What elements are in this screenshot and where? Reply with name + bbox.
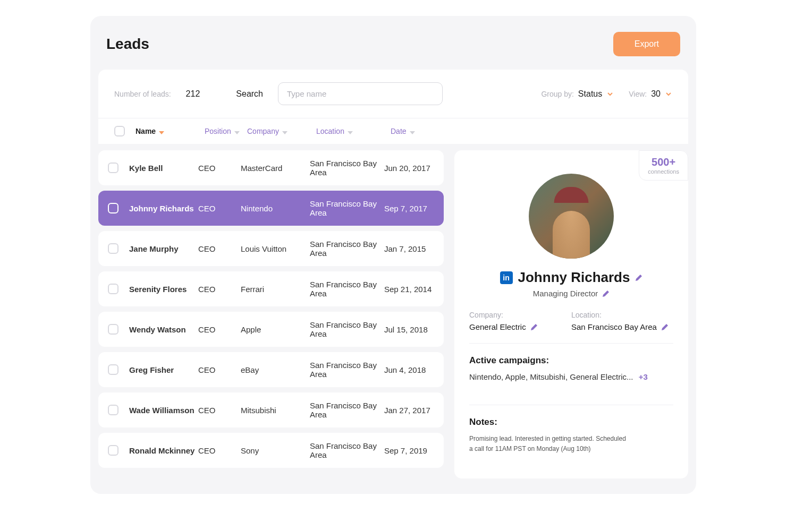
notes-section: Notes: Promising lead. Interested in get… — [469, 405, 673, 466]
table-row[interactable]: Ronald MckinneyCEOSonySan Francisco Bay … — [98, 433, 444, 468]
svg-marker-0 — [159, 131, 164, 134]
campaigns-title: Active campaigns: — [469, 355, 673, 366]
cell-position: CEO — [198, 325, 241, 334]
cell-date: Sep 7, 2019 — [384, 446, 437, 455]
campaigns-section: Active campaigns: Nintendo, Apple, Mitsu… — [469, 355, 673, 393]
table-row[interactable]: Wade WilliamsonCEOMitsubishiSan Francisc… — [98, 392, 444, 428]
detail-meta: Company: General Electric Location: San … — [469, 311, 673, 344]
cell-company: Apple — [241, 325, 310, 334]
cell-location: San Francisco Bay Area — [310, 280, 384, 298]
svg-marker-4 — [410, 131, 415, 134]
table-row[interactable]: Serenity FloresCEOFerrariSan Francisco B… — [98, 271, 444, 306]
connections-label: connections — [648, 168, 679, 175]
table-row[interactable]: Kyle BellCEOMasterCardSan Francisco Bay … — [98, 150, 444, 185]
row-checkbox[interactable] — [108, 284, 119, 294]
column-location[interactable]: Location — [316, 127, 391, 135]
filters-bar: Number of leads: 212 Search Group by: St… — [98, 70, 688, 118]
cell-location: San Francisco Bay Area — [310, 159, 384, 177]
detail-panel: 500+ connections in Johnny Richards Mana… — [454, 150, 688, 478]
svg-marker-1 — [234, 131, 240, 134]
cell-location: San Francisco Bay Area — [310, 199, 384, 217]
notes-title: Notes: — [469, 417, 673, 428]
cell-location: San Francisco Bay Area — [310, 441, 384, 459]
row-checkbox[interactable] — [108, 445, 119, 456]
cell-name: Greg Fisher — [129, 365, 198, 374]
detail-role-row: Managing Director — [469, 289, 673, 298]
column-company[interactable]: Company — [247, 127, 316, 135]
table-row[interactable]: Wendy WatsonCEOAppleSan Francisco Bay Ar… — [98, 312, 444, 347]
cell-company: Nintendo — [241, 204, 310, 213]
table-row[interactable]: Greg FisherCEOeBaySan Francisco Bay Area… — [98, 352, 444, 387]
group-by-value: Status — [578, 89, 602, 99]
cell-date: Jun 4, 2018 — [384, 365, 437, 374]
search-label: Search — [236, 89, 263, 99]
svg-marker-3 — [348, 131, 353, 134]
table-row[interactable]: Jane MurphyCEOLouis VuittonSan Francisco… — [98, 231, 444, 266]
leads-page: Leads Export Number of leads: 212 Search… — [90, 16, 696, 494]
page-header: Leads Export — [90, 32, 696, 70]
cell-name: Kyle Bell — [129, 164, 198, 173]
cell-date: Jun 20, 2017 — [384, 164, 437, 173]
cell-position: CEO — [198, 446, 241, 455]
cell-company: eBay — [241, 365, 310, 374]
cell-name: Wade Williamson — [129, 406, 198, 415]
cell-position: CEO — [198, 365, 241, 374]
cell-name: Wendy Watson — [129, 325, 198, 334]
connections-count: 500+ — [648, 156, 679, 168]
connections-badge: 500+ connections — [639, 150, 688, 181]
table-header: Name Position Company Location Date — [98, 118, 688, 144]
detail-company: General Electric — [469, 322, 526, 331]
chevron-down-icon — [665, 90, 672, 98]
row-checkbox[interactable] — [108, 364, 119, 375]
cell-location: San Francisco Bay Area — [310, 401, 384, 419]
edit-icon[interactable] — [661, 323, 669, 331]
table-row[interactable]: Johnny RichardsCEONintendoSan Francisco … — [98, 191, 444, 226]
row-checkbox[interactable] — [108, 203, 119, 213]
group-by-dropdown[interactable]: Group by: Status — [541, 89, 614, 99]
lead-count-value: 212 — [186, 89, 200, 99]
location-label: Location: — [571, 311, 673, 319]
export-button[interactable]: Export — [613, 32, 680, 56]
cell-date: Sep 21, 2014 — [384, 285, 437, 294]
campaigns-list: Nintendo, Apple, Mitsubishi, General Ele… — [469, 372, 673, 381]
view-dropdown[interactable]: View: 30 — [629, 89, 672, 99]
column-date[interactable]: Date — [391, 127, 449, 135]
select-all-checkbox[interactable] — [114, 126, 125, 136]
cell-position: CEO — [198, 406, 241, 415]
column-position[interactable]: Position — [205, 127, 247, 135]
column-name[interactable]: Name — [136, 127, 205, 135]
search-input[interactable] — [278, 82, 443, 105]
cell-position: CEO — [198, 244, 241, 253]
chevron-down-icon — [606, 90, 614, 98]
edit-icon[interactable] — [635, 274, 642, 281]
cell-company: MasterCard — [241, 164, 310, 173]
cell-name: Johnny Richards — [129, 204, 198, 213]
campaigns-more[interactable]: +3 — [639, 372, 648, 381]
edit-icon[interactable] — [530, 323, 538, 331]
cell-date: Sep 7, 2017 — [384, 204, 437, 213]
cell-company: Louis Vuitton — [241, 244, 310, 253]
row-checkbox[interactable] — [108, 243, 119, 254]
cell-company: Ferrari — [241, 285, 310, 294]
sort-icon — [282, 129, 287, 134]
detail-location: San Francisco Bay Area — [571, 322, 657, 331]
detail-role: Managing Director — [533, 289, 598, 298]
view-label: View: — [629, 90, 647, 98]
leads-table: Kyle BellCEOMasterCardSan Francisco Bay … — [98, 150, 444, 478]
linkedin-icon[interactable]: in — [500, 271, 513, 284]
cell-location: San Francisco Bay Area — [310, 240, 384, 258]
detail-name: Johnny Richards — [518, 269, 630, 286]
avatar — [529, 174, 614, 259]
cell-date: Jul 15, 2018 — [384, 325, 437, 334]
cell-date: Jan 7, 2015 — [384, 244, 437, 253]
notes-text: Promising lead. Interested in getting st… — [469, 434, 673, 454]
page-title: Leads — [106, 36, 149, 53]
cell-name: Serenity Flores — [129, 285, 198, 294]
row-checkbox[interactable] — [108, 324, 119, 335]
row-checkbox[interactable] — [108, 163, 119, 173]
detail-name-row: in Johnny Richards — [469, 269, 673, 286]
row-checkbox[interactable] — [108, 405, 119, 415]
cell-location: San Francisco Bay Area — [310, 320, 384, 338]
edit-icon[interactable] — [602, 290, 610, 297]
cell-company: Sony — [241, 446, 310, 455]
